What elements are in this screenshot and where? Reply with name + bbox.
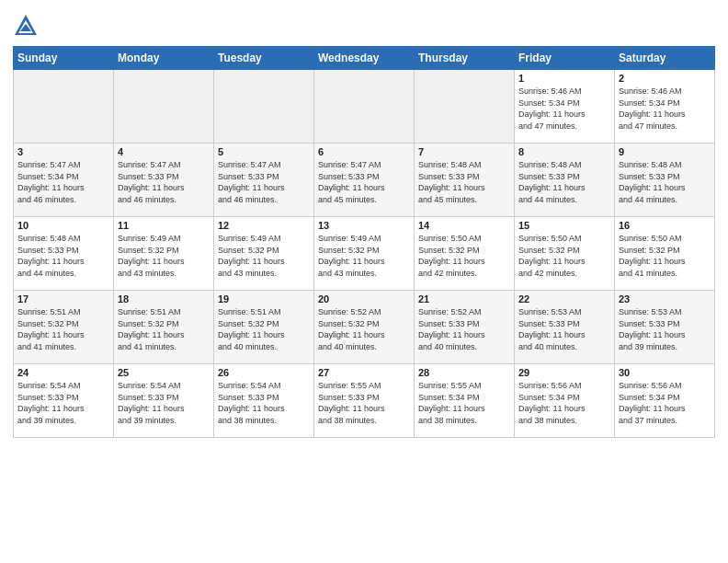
day-info: Sunrise: 5:54 AM Sunset: 5:33 PM Dayligh…	[218, 380, 310, 426]
day-info: Sunrise: 5:55 AM Sunset: 5:33 PM Dayligh…	[318, 380, 410, 426]
day-info: Sunrise: 5:51 AM Sunset: 5:32 PM Dayligh…	[118, 306, 210, 352]
day-info: Sunrise: 5:55 AM Sunset: 5:34 PM Dayligh…	[418, 380, 510, 426]
calendar-cell: 25Sunrise: 5:54 AM Sunset: 5:33 PM Dayli…	[114, 364, 214, 438]
calendar-cell: 29Sunrise: 5:56 AM Sunset: 5:34 PM Dayli…	[515, 364, 615, 438]
day-number: 25	[118, 367, 210, 378]
day-info: Sunrise: 5:47 AM Sunset: 5:33 PM Dayligh…	[118, 159, 210, 205]
day-number: 6	[318, 146, 410, 157]
calendar-cell: 16Sunrise: 5:50 AM Sunset: 5:32 PM Dayli…	[615, 217, 715, 291]
calendar-cell: 28Sunrise: 5:55 AM Sunset: 5:34 PM Dayli…	[415, 364, 515, 438]
day-number: 12	[218, 220, 310, 231]
calendar-cell: 10Sunrise: 5:48 AM Sunset: 5:33 PM Dayli…	[14, 217, 114, 291]
day-number: 7	[418, 146, 510, 157]
day-info: Sunrise: 5:49 AM Sunset: 5:32 PM Dayligh…	[318, 233, 410, 279]
calendar-week-row: 24Sunrise: 5:54 AM Sunset: 5:33 PM Dayli…	[14, 364, 715, 438]
day-number: 18	[118, 293, 210, 304]
day-info: Sunrise: 5:48 AM Sunset: 5:33 PM Dayligh…	[619, 159, 711, 205]
calendar-cell	[214, 70, 314, 144]
calendar-cell	[415, 70, 515, 144]
day-info: Sunrise: 5:49 AM Sunset: 5:32 PM Dayligh…	[118, 233, 210, 279]
day-info: Sunrise: 5:50 AM Sunset: 5:32 PM Dayligh…	[619, 233, 711, 279]
day-number: 30	[619, 367, 711, 378]
day-number: 13	[318, 220, 410, 231]
calendar-cell: 15Sunrise: 5:50 AM Sunset: 5:32 PM Dayli…	[515, 217, 615, 291]
day-info: Sunrise: 5:48 AM Sunset: 5:33 PM Dayligh…	[418, 159, 510, 205]
weekday-header-row: SundayMondayTuesdayWednesdayThursdayFrid…	[14, 47, 715, 70]
calendar-cell: 21Sunrise: 5:52 AM Sunset: 5:33 PM Dayli…	[415, 291, 515, 364]
day-number: 22	[518, 293, 610, 304]
day-number: 23	[619, 293, 711, 304]
day-number: 3	[17, 146, 109, 157]
day-info: Sunrise: 5:51 AM Sunset: 5:32 PM Dayligh…	[218, 306, 310, 352]
day-info: Sunrise: 5:56 AM Sunset: 5:34 PM Dayligh…	[518, 380, 610, 426]
day-number: 4	[118, 146, 210, 157]
day-number: 8	[518, 146, 610, 157]
weekday-header-sunday: Sunday	[14, 47, 114, 70]
day-number: 17	[17, 293, 109, 304]
weekday-header-thursday: Thursday	[415, 47, 515, 70]
calendar-cell: 23Sunrise: 5:53 AM Sunset: 5:33 PM Dayli…	[615, 291, 715, 364]
calendar-cell: 5Sunrise: 5:47 AM Sunset: 5:33 PM Daylig…	[214, 144, 314, 217]
calendar-cell: 12Sunrise: 5:49 AM Sunset: 5:32 PM Dayli…	[214, 217, 314, 291]
day-number: 5	[218, 146, 310, 157]
day-number: 29	[518, 367, 610, 378]
calendar-cell: 18Sunrise: 5:51 AM Sunset: 5:32 PM Dayli…	[114, 291, 214, 364]
day-number: 27	[318, 367, 410, 378]
day-info: Sunrise: 5:54 AM Sunset: 5:33 PM Dayligh…	[17, 380, 109, 426]
page: SundayMondayTuesdayWednesdayThursdayFrid…	[0, 0, 728, 563]
calendar-cell: 19Sunrise: 5:51 AM Sunset: 5:32 PM Dayli…	[214, 291, 314, 364]
day-number: 1	[518, 73, 610, 84]
day-info: Sunrise: 5:49 AM Sunset: 5:32 PM Dayligh…	[218, 233, 310, 279]
day-number: 24	[17, 367, 109, 378]
calendar-week-row: 10Sunrise: 5:48 AM Sunset: 5:33 PM Dayli…	[14, 217, 715, 291]
weekday-header-monday: Monday	[114, 47, 214, 70]
calendar-week-row: 3Sunrise: 5:47 AM Sunset: 5:34 PM Daylig…	[14, 144, 715, 217]
day-info: Sunrise: 5:52 AM Sunset: 5:33 PM Dayligh…	[418, 306, 510, 352]
calendar-cell: 1Sunrise: 5:46 AM Sunset: 5:34 PM Daylig…	[515, 70, 615, 144]
day-number: 2	[619, 73, 711, 84]
calendar-cell: 27Sunrise: 5:55 AM Sunset: 5:33 PM Dayli…	[314, 364, 415, 438]
day-number: 21	[418, 293, 510, 304]
day-info: Sunrise: 5:54 AM Sunset: 5:33 PM Dayligh…	[118, 380, 210, 426]
calendar-cell: 13Sunrise: 5:49 AM Sunset: 5:32 PM Dayli…	[314, 217, 415, 291]
day-info: Sunrise: 5:48 AM Sunset: 5:33 PM Dayligh…	[17, 233, 109, 279]
header	[13, 9, 715, 39]
calendar-cell: 9Sunrise: 5:48 AM Sunset: 5:33 PM Daylig…	[615, 144, 715, 217]
day-number: 11	[118, 220, 210, 231]
day-info: Sunrise: 5:53 AM Sunset: 5:33 PM Dayligh…	[619, 306, 711, 352]
calendar-cell	[314, 70, 415, 144]
calendar-week-row: 1Sunrise: 5:46 AM Sunset: 5:34 PM Daylig…	[14, 70, 715, 144]
day-number: 16	[619, 220, 711, 231]
calendar-cell: 3Sunrise: 5:47 AM Sunset: 5:34 PM Daylig…	[14, 144, 114, 217]
calendar-cell	[14, 70, 114, 144]
weekday-header-wednesday: Wednesday	[314, 47, 415, 70]
calendar-cell: 22Sunrise: 5:53 AM Sunset: 5:33 PM Dayli…	[515, 291, 615, 364]
calendar-cell: 11Sunrise: 5:49 AM Sunset: 5:32 PM Dayli…	[114, 217, 214, 291]
day-info: Sunrise: 5:50 AM Sunset: 5:32 PM Dayligh…	[518, 233, 610, 279]
calendar-cell: 7Sunrise: 5:48 AM Sunset: 5:33 PM Daylig…	[415, 144, 515, 217]
calendar-cell: 24Sunrise: 5:54 AM Sunset: 5:33 PM Dayli…	[14, 364, 114, 438]
day-info: Sunrise: 5:47 AM Sunset: 5:33 PM Dayligh…	[218, 159, 310, 205]
day-info: Sunrise: 5:51 AM Sunset: 5:32 PM Dayligh…	[17, 306, 109, 352]
calendar-cell: 20Sunrise: 5:52 AM Sunset: 5:32 PM Dayli…	[314, 291, 415, 364]
weekday-header-friday: Friday	[515, 47, 615, 70]
day-number: 26	[218, 367, 310, 378]
day-number: 9	[619, 146, 711, 157]
logo-icon	[13, 13, 39, 39]
day-info: Sunrise: 5:52 AM Sunset: 5:32 PM Dayligh…	[318, 306, 410, 352]
day-info: Sunrise: 5:48 AM Sunset: 5:33 PM Dayligh…	[518, 159, 610, 205]
logo	[13, 13, 42, 39]
day-info: Sunrise: 5:47 AM Sunset: 5:34 PM Dayligh…	[17, 159, 109, 205]
calendar-cell: 6Sunrise: 5:47 AM Sunset: 5:33 PM Daylig…	[314, 144, 415, 217]
day-number: 20	[318, 293, 410, 304]
calendar-cell: 30Sunrise: 5:56 AM Sunset: 5:34 PM Dayli…	[615, 364, 715, 438]
calendar-cell: 4Sunrise: 5:47 AM Sunset: 5:33 PM Daylig…	[114, 144, 214, 217]
day-info: Sunrise: 5:46 AM Sunset: 5:34 PM Dayligh…	[619, 86, 711, 132]
calendar-cell: 2Sunrise: 5:46 AM Sunset: 5:34 PM Daylig…	[615, 70, 715, 144]
day-info: Sunrise: 5:50 AM Sunset: 5:32 PM Dayligh…	[418, 233, 510, 279]
calendar-table: SundayMondayTuesdayWednesdayThursdayFrid…	[13, 46, 715, 438]
day-number: 19	[218, 293, 310, 304]
weekday-header-saturday: Saturday	[615, 47, 715, 70]
day-number: 15	[518, 220, 610, 231]
calendar-cell	[114, 70, 214, 144]
